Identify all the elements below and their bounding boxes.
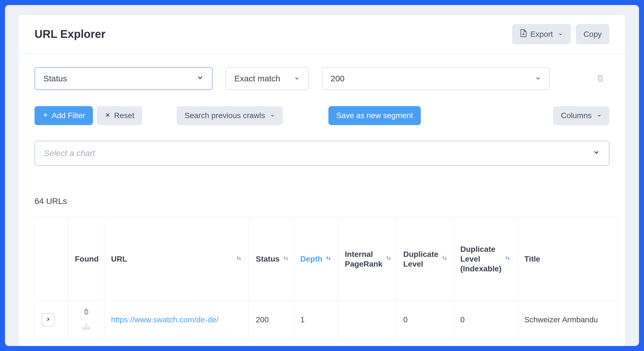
trash-icon — [597, 74, 604, 83]
action-row: Add Filter Reset Search previous crawls … — [35, 106, 609, 125]
column-depth[interactable]: Depth — [294, 217, 338, 301]
chevron-down-icon — [270, 111, 275, 120]
chevron-down-icon — [535, 74, 541, 83]
copy-label: Copy — [584, 30, 602, 39]
filter-match-value: Exact match — [234, 74, 280, 83]
filter-field-value: Status — [43, 74, 67, 83]
table-row: https://www.swatch.com/de-de/ 200 1 0 0 … — [35, 301, 618, 339]
sort-icon — [235, 255, 242, 264]
add-filter-button[interactable]: Add Filter — [35, 106, 93, 125]
found-icons — [75, 308, 97, 332]
plus-icon — [42, 111, 48, 120]
svg-point-0 — [85, 324, 87, 326]
card-header: URL Explorer Export — [19, 15, 625, 54]
sort-icon — [504, 255, 511, 264]
column-duplicate-level-indexable[interactable]: Duplicate Level (Indexable) — [454, 217, 518, 301]
save-segment-button[interactable]: Save as new segment — [328, 106, 421, 125]
search-previous-label: Search previous crawls — [185, 111, 265, 120]
column-found[interactable]: Found — [68, 217, 104, 301]
bug-icon — [82, 308, 90, 318]
sort-icon — [385, 255, 392, 264]
chevron-down-icon — [558, 30, 563, 39]
cell-depth: 1 — [294, 301, 338, 339]
url-link[interactable]: https://www.swatch.com/de-de/ — [111, 315, 218, 324]
svg-rect-1 — [82, 328, 85, 330]
cell-duplicate-level: 0 — [397, 301, 454, 339]
filter-value: 200 — [331, 74, 345, 83]
column-title-label: Title — [524, 254, 540, 264]
chevron-down-icon — [593, 148, 600, 158]
chart-select[interactable]: Select a chart — [35, 141, 609, 166]
page-title: URL Explorer — [35, 28, 105, 40]
filter-field-select[interactable]: Status — [35, 67, 213, 90]
column-duplicate-level[interactable]: Duplicate Level — [397, 217, 454, 301]
expand-row-button[interactable] — [41, 313, 55, 326]
reset-button[interactable]: Reset — [97, 106, 142, 125]
chevron-down-icon — [294, 74, 300, 83]
chevron-right-icon — [45, 316, 51, 323]
search-previous-crawls-button[interactable]: Search previous crawls — [177, 106, 283, 125]
column-url[interactable]: URL — [104, 217, 249, 301]
column-title[interactable]: Title — [518, 217, 618, 301]
filter-value-select[interactable]: 200 — [322, 67, 550, 90]
columns-label: Columns — [561, 111, 592, 120]
column-internal-pagerank[interactable]: Internal PageRank — [338, 217, 397, 301]
save-segment-label: Save as new segment — [336, 111, 413, 120]
column-depth-label: Depth — [300, 254, 322, 264]
svg-rect-3 — [88, 328, 90, 330]
results-table: Found URL Status — [35, 217, 618, 339]
cell-title: Schweizer Armbandu — [518, 301, 618, 339]
column-dupi-label: Duplicate Level (Indexable) — [460, 244, 502, 274]
reset-label: Reset — [114, 111, 134, 120]
file-export-icon — [520, 29, 527, 39]
delete-filter-button[interactable] — [597, 74, 604, 83]
cell-internal-pagerank — [338, 301, 397, 339]
column-expand — [35, 217, 68, 301]
column-ipr-label: Internal PageRank — [345, 249, 382, 269]
column-status[interactable]: Status — [249, 217, 294, 301]
svg-rect-2 — [85, 328, 87, 330]
export-button[interactable]: Export — [512, 24, 571, 44]
chevron-down-icon — [196, 74, 204, 83]
add-filter-label: Add Filter — [52, 111, 85, 120]
sort-icon — [325, 255, 332, 264]
chart-select-placeholder: Select a chart — [44, 148, 95, 158]
chevron-down-icon — [597, 111, 602, 120]
close-icon — [105, 111, 111, 120]
cell-duplicate-level-indexable: 0 — [454, 301, 518, 339]
export-label: Export — [530, 30, 553, 39]
filter-row: Status Exact match 200 — [35, 67, 609, 90]
filter-match-select[interactable]: Exact match — [225, 67, 309, 90]
results-count: 64 URLs — [35, 196, 609, 206]
cell-status: 200 — [249, 301, 294, 339]
column-dup-label: Duplicate Level — [403, 249, 438, 269]
columns-button[interactable]: Columns — [553, 106, 609, 125]
column-status-label: Status — [256, 254, 280, 264]
sort-icon — [282, 255, 289, 264]
copy-button[interactable]: Copy — [576, 24, 609, 44]
column-found-label: Found — [75, 254, 99, 264]
column-url-label: URL — [111, 254, 127, 264]
sitemap-icon — [82, 323, 90, 332]
sort-icon — [441, 255, 448, 264]
